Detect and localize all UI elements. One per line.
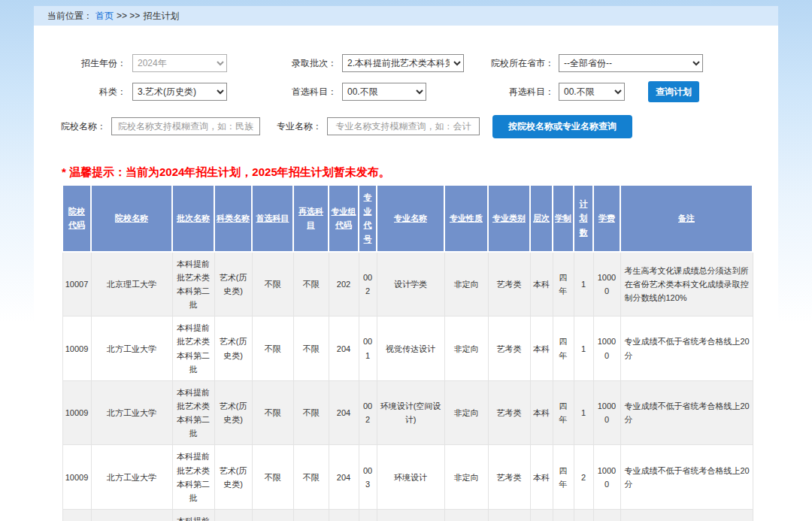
table-cell: 艺考类 xyxy=(488,317,530,381)
batch-label: 录取批次： xyxy=(280,54,337,72)
table-cell: 不限 xyxy=(252,510,293,521)
column-header-10[interactable]: 专业类别 xyxy=(488,185,530,252)
first-choice-select[interactable]: 00.不限 xyxy=(342,83,426,101)
table-cell: 非定向 xyxy=(444,445,488,510)
first-choice-label: 首选科目： xyxy=(280,83,337,101)
table-cell: 003 xyxy=(359,445,377,510)
table-cell: 10000 xyxy=(593,380,620,445)
breadcrumb-home-link[interactable]: 首页 xyxy=(95,10,114,23)
table-cell: 四年 xyxy=(553,445,574,510)
column-header-12[interactable]: 学制 xyxy=(553,185,574,252)
table-cell: 环境设计 xyxy=(377,445,444,510)
column-header-5[interactable]: 再选科目 xyxy=(293,185,329,252)
table-cell: 001 xyxy=(359,317,377,381)
table-cell: 北京理工大学 xyxy=(91,252,172,317)
column-header-8[interactable]: 专业名称 xyxy=(377,185,444,252)
table-cell: 四年 xyxy=(553,510,574,521)
table-cell: 不限 xyxy=(293,510,329,521)
column-header-4[interactable]: 首选科目 xyxy=(252,185,293,252)
table-row: 10009北方工业大学本科提前批艺术类本科第二批艺术(历史类)不限不限20400… xyxy=(62,317,753,381)
table-cell: 不限 xyxy=(252,317,293,381)
table-cell: 2 xyxy=(574,510,593,521)
table-cell: 10000 xyxy=(593,252,620,317)
column-header-15[interactable]: 备注 xyxy=(620,185,753,252)
table-cell: 不限 xyxy=(252,380,293,445)
table-row: 10009北方工业大学本科提前批艺术类本科第二批艺术(历史类)不限不限20400… xyxy=(62,380,753,445)
table-row: 10012北京服装学院本科提前批艺术类本科第二批艺术(历史类)不限不限20400… xyxy=(62,510,753,521)
column-header-13[interactable]: 计划数 xyxy=(574,185,593,252)
table-cell: 不限 xyxy=(252,252,293,317)
province-label: 院校所在省市： xyxy=(481,54,554,72)
table-cell: 考生高考文化课成绩总分须达到所在省份艺术类本科文化成绩录取控制分数线的120% xyxy=(620,252,753,317)
table-cell: 1 xyxy=(574,380,593,445)
second-choice-select[interactable]: 00.不限 xyxy=(559,83,625,101)
table-cell: 四年 xyxy=(553,252,574,317)
table-cell: 10000 xyxy=(593,510,620,521)
table-cell: 本科 xyxy=(530,445,553,510)
table-cell: 艺术(历史类) xyxy=(214,445,252,510)
table-cell: 本科 xyxy=(530,317,553,381)
year-label: 招生年份： xyxy=(55,54,126,72)
table-cell: 艺考类 xyxy=(488,380,530,445)
table-cell: 不限 xyxy=(293,317,329,381)
province-select[interactable]: --全部省份-- xyxy=(559,54,703,72)
page-background: { "breadcrumb": { "prefix": "当前位置：", "ho… xyxy=(0,0,812,521)
table-cell: 002 xyxy=(359,380,377,445)
table-cell: 四年 xyxy=(553,317,574,381)
table-cell: 10009 xyxy=(62,317,91,381)
query-plan-button[interactable]: 查询计划 xyxy=(648,81,699,102)
column-header-3[interactable]: 科类名称 xyxy=(214,185,252,252)
major-name-input[interactable] xyxy=(327,117,480,135)
table-cell: 204 xyxy=(329,380,359,445)
table-cell: 艺术(历史类) xyxy=(214,252,252,317)
table-cell: 004 xyxy=(359,510,377,521)
table-cell: 不限 xyxy=(293,380,329,445)
table-cell: 非定向 xyxy=(444,380,488,445)
table-cell: 专业成绩不低于省统考合格线上20分 xyxy=(620,317,753,381)
table-cell: 10009 xyxy=(62,445,91,510)
table-cell: 202 xyxy=(329,252,359,317)
table-cell: 本科 xyxy=(530,510,553,521)
year-select: 2024年 xyxy=(132,54,227,72)
major-name-label: 专业名称： xyxy=(271,117,322,135)
table-cell: 绘画(学校美育) xyxy=(377,510,444,521)
column-header-6[interactable]: 专业组代码 xyxy=(329,185,359,252)
subject-label: 科类： xyxy=(55,83,126,101)
content-container: 当前位置： 首页 >> >> 招生计划 招生年份： 2024年 录取批次： 2.… xyxy=(34,6,778,521)
column-header-2[interactable]: 批次名称 xyxy=(172,185,214,252)
column-header-0[interactable]: 院校代码 xyxy=(62,185,91,252)
table-cell: 10000 xyxy=(593,317,620,381)
table-cell: 1 xyxy=(574,317,593,381)
table-cell: 艺考类 xyxy=(488,510,530,521)
table-cell: 非定向 xyxy=(444,510,488,521)
subject-select[interactable]: 3.艺术(历史类) xyxy=(132,83,227,101)
table-cell: 艺术(历史类) xyxy=(214,510,252,521)
table-cell: 北京服装学院 xyxy=(91,510,172,521)
table-cell: 本科提前批艺术类本科第二批 xyxy=(172,380,214,445)
table-cell: 北方工业大学 xyxy=(91,445,172,510)
table-cell: 2 xyxy=(574,445,593,510)
table-cell: 专业成绩不低于省统考合格线上20分 xyxy=(620,380,753,445)
table-cell: 艺考类 xyxy=(488,445,530,510)
table-cell: 四年 xyxy=(553,380,574,445)
second-choice-label: 再选科目： xyxy=(481,83,554,101)
table-cell: 10012 xyxy=(62,510,91,521)
column-header-11[interactable]: 层次 xyxy=(530,185,553,252)
table-cell: 不限 xyxy=(252,445,293,510)
column-header-9[interactable]: 专业性质 xyxy=(444,185,488,252)
table-cell: 1 xyxy=(574,252,593,317)
breadcrumb: 当前位置： 首页 >> >> 招生计划 xyxy=(34,6,778,26)
table-cell: 北方工业大学 xyxy=(91,317,172,381)
table-cell: 艺考类 xyxy=(488,252,530,317)
breadcrumb-prefix: 当前位置： xyxy=(47,10,92,23)
school-name-input[interactable] xyxy=(111,117,260,135)
table-row: 10009北方工业大学本科提前批艺术类本科第二批艺术(历史类)不限不限20400… xyxy=(62,445,753,510)
table-cell: 艺术(历史类) xyxy=(214,317,252,381)
breadcrumb-separator: >> >> xyxy=(117,11,140,21)
name-query-button[interactable]: 按院校名称或专业名称查询 xyxy=(492,115,632,138)
table-cell: 设计学类 xyxy=(377,252,444,317)
column-header-14[interactable]: 学费 xyxy=(593,185,620,252)
batch-select[interactable]: 2.本科提前批艺术类本科第二批 xyxy=(342,54,464,72)
column-header-1[interactable]: 院校名称 xyxy=(91,185,172,252)
column-header-7[interactable]: 专业代号 xyxy=(359,185,377,252)
